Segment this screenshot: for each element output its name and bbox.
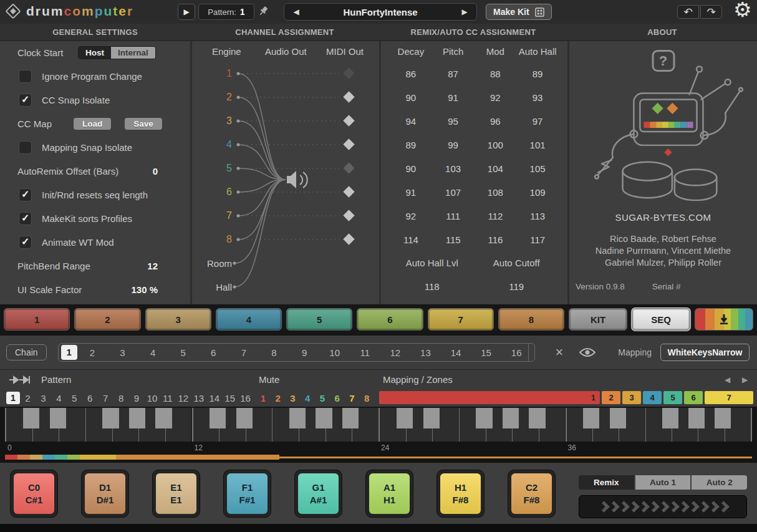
mapping-zone[interactable]: 4 xyxy=(643,391,662,404)
mute-channel[interactable]: 8 xyxy=(359,393,374,404)
pattern-follow-icon[interactable] xyxy=(9,375,31,387)
play-button[interactable]: ▶ xyxy=(178,4,195,20)
redo-button[interactable]: ↷ xyxy=(700,5,722,19)
mapping-zone[interactable]: 2 xyxy=(602,391,620,404)
chain-step[interactable]: 13 xyxy=(410,347,441,358)
cc-value-decay[interactable]: 114 xyxy=(390,235,432,245)
tab[interactable]: GENERAL SETTINGS xyxy=(0,24,190,40)
midi-out-diamond-icon[interactable] xyxy=(343,233,354,244)
chain-step[interactable]: 5 xyxy=(168,347,198,358)
midi-out-diamond-icon[interactable] xyxy=(343,67,354,79)
cc-value-mod[interactable]: 112 xyxy=(475,211,517,221)
mapping-zone[interactable]: 5 xyxy=(663,391,682,404)
mute-channel[interactable]: 2 xyxy=(271,393,286,404)
tab[interactable]: REMIX/AUTO CC ASSIGNMENT xyxy=(379,24,567,40)
cc-value-decay[interactable]: 90 xyxy=(390,92,432,103)
pin-icon[interactable] xyxy=(257,5,269,20)
chain-step[interactable]: 7 xyxy=(229,347,259,358)
settings-gear-icon[interactable]: ⚙ xyxy=(733,0,752,22)
note-pad[interactable]: C2 F#8 xyxy=(508,470,556,518)
channel-number[interactable]: 7 xyxy=(218,210,232,221)
cc-value-decay[interactable]: 94 xyxy=(390,116,432,127)
chain-step[interactable]: 3 xyxy=(107,347,138,358)
pattern-step[interactable]: 12 xyxy=(175,393,191,404)
channel-pad[interactable]: 5 xyxy=(286,308,352,331)
octave-keys[interactable] xyxy=(5,408,192,442)
chain-step[interactable]: 15 xyxy=(471,347,501,358)
pattern-step[interactable]: 1 xyxy=(6,392,20,404)
pattern-step[interactable]: 10 xyxy=(145,393,160,404)
cc-value-auto-hall[interactable]: 117 xyxy=(516,235,559,245)
pattern-step[interactable]: 14 xyxy=(206,393,222,404)
channel-pad[interactable]: 8 xyxy=(498,308,564,331)
chain-step[interactable]: 9 xyxy=(289,347,320,358)
keyboard-octave[interactable]: 36 xyxy=(566,408,753,452)
cc-value-pitch[interactable]: 107 xyxy=(432,187,475,198)
note-pad[interactable]: H1 F#8 xyxy=(436,470,485,518)
preset-prev-button[interactable]: ◀ xyxy=(289,7,303,16)
cc-value-mod[interactable]: 92 xyxy=(475,92,517,103)
ui-scale-value[interactable]: 130 % xyxy=(131,284,158,295)
pattern-selector[interactable]: Pattern: 1 xyxy=(198,4,254,20)
cc-value-mod[interactable]: 100 xyxy=(475,140,517,150)
pattern-step[interactable]: 4 xyxy=(51,393,67,404)
midi-out-diamond-icon[interactable] xyxy=(343,91,354,102)
pattern-step[interactable]: 7 xyxy=(98,393,113,404)
zones-nav-left-icon[interactable]: ◀ xyxy=(725,375,730,384)
tab[interactable]: ABOUT xyxy=(567,24,757,40)
cc-value-mod[interactable]: 96 xyxy=(475,116,517,127)
channel-number[interactable]: 6 xyxy=(218,186,232,198)
pattern-step[interactable]: 9 xyxy=(129,393,145,404)
cc-value-pitch[interactable]: 103 xyxy=(432,163,475,174)
makekit-sorts-checkbox[interactable] xyxy=(19,212,32,225)
chain-step[interactable]: 12 xyxy=(380,347,411,358)
remix-mode-option[interactable]: Auto 1 xyxy=(635,475,692,490)
channel-number[interactable]: 5 xyxy=(218,163,232,174)
seq-view-button[interactable]: SEQ xyxy=(632,308,690,331)
keyboard-octave[interactable]: 12 xyxy=(192,408,379,452)
cc-value-decay[interactable]: 91 xyxy=(390,187,432,198)
close-icon[interactable]: × xyxy=(556,346,564,359)
cc-snap-isolate-checkbox[interactable] xyxy=(19,94,32,107)
midi-out-diamond-icon[interactable] xyxy=(343,138,354,150)
cc-value-auto-hall[interactable]: 105 xyxy=(516,163,559,174)
chain-button[interactable]: Chain xyxy=(6,344,47,360)
serial-label[interactable]: Serial # xyxy=(652,282,681,291)
mapping-dropdown[interactable]: WhiteKeysNarrow xyxy=(660,344,750,361)
cc-map-load-button[interactable]: Load xyxy=(74,118,111,130)
ignore-program-change-checkbox[interactable] xyxy=(19,70,32,83)
channel-pad[interactable]: 6 xyxy=(357,308,423,331)
mute-channel[interactable]: 7 xyxy=(345,393,360,404)
auto-hall-lvl-value[interactable]: 118 xyxy=(390,275,475,299)
cc-value-auto-hall[interactable]: 93 xyxy=(516,92,559,103)
chain-step[interactable]: 14 xyxy=(441,347,471,358)
tab[interactable]: CHANNEL ASSIGNMENT xyxy=(190,24,379,40)
cc-value-auto-hall[interactable]: 97 xyxy=(516,116,559,127)
channel-number[interactable]: 2 xyxy=(218,92,232,103)
pattern-step[interactable]: 16 xyxy=(238,393,253,404)
mute-channel[interactable]: 3 xyxy=(286,393,301,404)
channel-number[interactable]: 4 xyxy=(218,139,232,150)
mute-channel[interactable]: 4 xyxy=(300,393,315,404)
make-kit-button[interactable]: Make Kit xyxy=(486,4,552,20)
keyboard-octave[interactable]: 0 xyxy=(5,408,192,452)
cc-value-auto-hall[interactable]: 109 xyxy=(516,187,559,198)
cc-value-decay[interactable]: 86 xyxy=(390,69,432,79)
remix-mode-option[interactable]: Auto 2 xyxy=(692,475,747,490)
octave-keys[interactable] xyxy=(192,408,379,442)
pattern-step[interactable]: 3 xyxy=(36,393,51,404)
channel-pad[interactable]: 3 xyxy=(145,308,211,331)
hall-label[interactable]: Hall xyxy=(201,282,232,293)
chain-step[interactable]: 11 xyxy=(350,347,380,358)
chain-step[interactable]: 6 xyxy=(198,347,229,358)
cc-value-decay[interactable]: 89 xyxy=(390,140,432,150)
autoremix-offset-value[interactable]: 0 xyxy=(153,166,158,177)
cc-value-pitch[interactable]: 95 xyxy=(432,116,475,127)
channel-pad[interactable]: 7 xyxy=(428,308,494,331)
animate-wt-checkbox[interactable] xyxy=(19,236,32,249)
preset-next-button[interactable]: ▶ xyxy=(458,7,471,16)
channel-number[interactable]: 8 xyxy=(218,234,232,245)
remix-pattern-display[interactable] xyxy=(579,495,747,518)
note-pad[interactable]: D1 D#1 xyxy=(81,470,129,518)
cc-value-pitch[interactable]: 115 xyxy=(432,235,475,245)
